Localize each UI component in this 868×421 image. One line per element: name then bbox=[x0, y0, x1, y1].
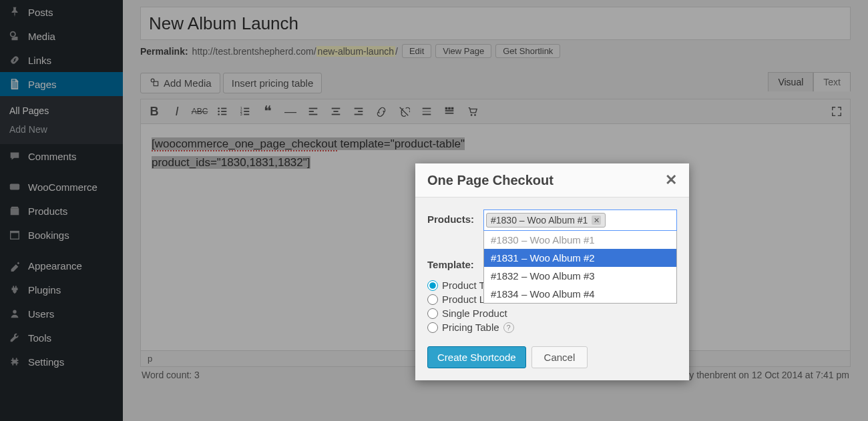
products-dropdown: #1830 – Woo Album #1 #1831 – Woo Album #… bbox=[483, 231, 677, 304]
dropdown-option[interactable]: #1834 – Woo Album #4 bbox=[484, 285, 676, 303]
modal-actions: Create Shortcode Cancel bbox=[427, 346, 677, 368]
template-option-single-product[interactable]: Single Product bbox=[427, 306, 677, 320]
modal-header: One Page Checkout ✕ bbox=[415, 163, 689, 197]
tag-remove-icon[interactable]: ✕ bbox=[592, 216, 601, 225]
close-icon[interactable]: ✕ bbox=[665, 171, 677, 189]
products-field: Products: #1830 – Woo Album #1 ✕ #1830 –… bbox=[427, 209, 677, 231]
help-icon[interactable]: ? bbox=[503, 322, 514, 333]
template-label: Template: bbox=[427, 255, 474, 270]
radio-input[interactable] bbox=[427, 280, 438, 291]
products-select[interactable]: #1830 – Woo Album #1 ✕ bbox=[483, 209, 677, 231]
radio-input[interactable] bbox=[427, 308, 438, 319]
dropdown-option[interactable]: #1831 – Woo Album #2 bbox=[484, 249, 676, 267]
modal-title: One Page Checkout bbox=[427, 173, 554, 188]
radio-input[interactable] bbox=[427, 322, 438, 333]
create-shortcode-button[interactable]: Create Shortcode bbox=[427, 346, 526, 368]
cancel-button[interactable]: Cancel bbox=[531, 346, 588, 368]
modal-body: Products: #1830 – Woo Album #1 ✕ #1830 –… bbox=[415, 197, 689, 380]
product-tag: #1830 – Woo Album #1 ✕ bbox=[486, 213, 606, 228]
radio-input[interactable] bbox=[427, 294, 438, 305]
dropdown-option[interactable]: #1832 – Woo Album #3 bbox=[484, 267, 676, 285]
opc-modal: One Page Checkout ✕ Products: #1830 – Wo… bbox=[415, 163, 689, 380]
dropdown-option[interactable]: #1830 – Woo Album #1 bbox=[484, 231, 676, 249]
template-option-pricing-table[interactable]: Pricing Table ? bbox=[427, 320, 677, 334]
products-search-input[interactable] bbox=[608, 215, 612, 226]
products-label: Products: bbox=[427, 209, 483, 225]
